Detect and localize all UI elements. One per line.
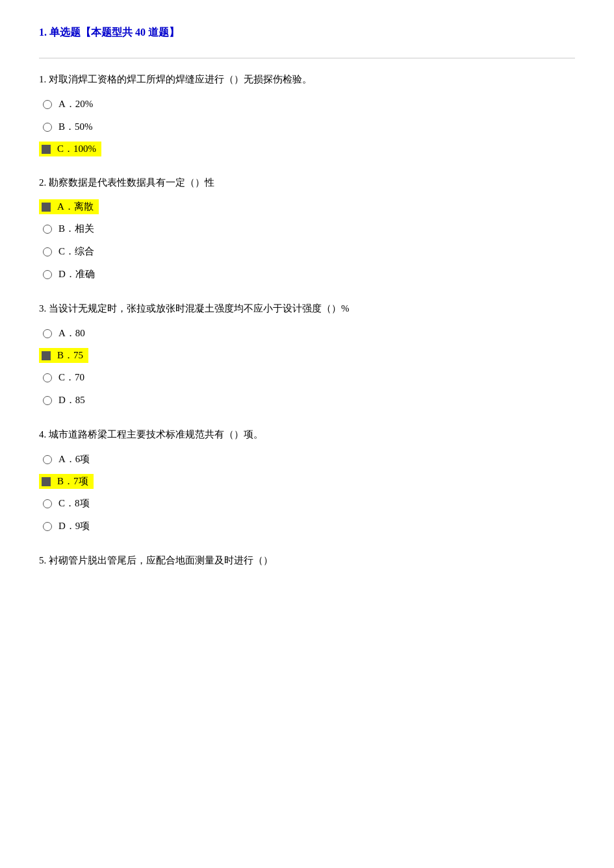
option-label-2-C: C．综合	[58, 245, 94, 258]
option-row-4-C[interactable]: C．8项	[39, 495, 575, 512]
radio-unselected-2-D	[43, 270, 52, 279]
option-label-1-B: B．50%	[58, 121, 93, 133]
question-block-4: 4. 城市道路桥梁工程主要技术标准规范共有（）项。A．6项B．7项C．8项D．9…	[39, 427, 575, 534]
option-label-3-B: B．75	[57, 349, 83, 362]
option-row-4-D[interactable]: D．9项	[39, 518, 575, 534]
option-row-2-C[interactable]: C．综合	[39, 243, 575, 260]
radio-unselected-2-C	[43, 247, 52, 256]
option-row-3-C[interactable]: C．70	[39, 369, 575, 386]
option-label-3-A: A．80	[58, 327, 85, 340]
question-block-1: 1. 对取消焊工资格的焊工所焊的焊缝应进行（）无损探伤检验。A．20%B．50%…	[39, 71, 575, 156]
section-divider	[39, 58, 575, 58]
highlight-wrapper-3-B: B．75	[39, 348, 88, 363]
question-text-1: 1. 对取消焊工资格的焊工所焊的焊缝应进行（）无损探伤检验。	[39, 71, 575, 87]
question-block-5: 5. 衬砌管片脱出管尾后，应配合地面测量及时进行（）	[39, 552, 575, 568]
question-block-2: 2. 勘察数据是代表性数据具有一定（）性A．离散B．相关C．综合D．准确	[39, 175, 575, 282]
question-block-3: 3. 当设计无规定时，张拉或放张时混凝土强度均不应小于设计强度（）%A．80B．…	[39, 301, 575, 408]
option-row-1-C[interactable]: C．100%	[39, 142, 575, 156]
option-row-2-D[interactable]: D．准确	[39, 266, 575, 282]
option-row-2-A[interactable]: A．离散	[39, 199, 575, 214]
radio-unselected-1-A	[43, 100, 52, 109]
radio-unselected-3-A	[43, 329, 52, 338]
radio-unselected-3-C	[43, 373, 52, 382]
radio-selected-4-B	[42, 477, 51, 486]
question-text-2: 2. 勘察数据是代表性数据具有一定（）性	[39, 175, 575, 190]
radio-unselected-3-D	[43, 396, 52, 405]
option-label-3-C: C．70	[58, 371, 84, 384]
option-label-4-D: D．9项	[58, 520, 90, 532]
option-row-4-B[interactable]: B．7项	[39, 474, 575, 489]
radio-unselected-1-B	[43, 123, 52, 132]
option-label-1-C: C．100%	[57, 143, 96, 155]
option-row-1-A[interactable]: A．20%	[39, 96, 575, 112]
option-label-2-B: B．相关	[58, 223, 94, 235]
highlight-wrapper-1-C: C．100%	[39, 142, 101, 156]
questions-container: 1. 对取消焊工资格的焊工所焊的焊缝应进行（）无损探伤检验。A．20%B．50%…	[39, 71, 575, 568]
question-text-4: 4. 城市道路桥梁工程主要技术标准规范共有（）项。	[39, 427, 575, 442]
option-row-3-A[interactable]: A．80	[39, 325, 575, 341]
question-text-5: 5. 衬砌管片脱出管尾后，应配合地面测量及时进行（）	[39, 552, 575, 568]
option-label-2-D: D．准确	[58, 268, 95, 280]
highlight-wrapper-4-B: B．7项	[39, 474, 94, 489]
radio-unselected-2-B	[43, 225, 52, 234]
option-label-2-A: A．离散	[57, 201, 94, 213]
option-label-1-A: A．20%	[58, 98, 93, 110]
radio-selected-1-C	[42, 145, 51, 154]
radio-unselected-4-D	[43, 522, 52, 531]
option-row-4-A[interactable]: A．6项	[39, 451, 575, 467]
option-label-4-A: A．6项	[58, 453, 90, 465]
radio-unselected-4-C	[43, 499, 52, 508]
option-row-2-B[interactable]: B．相关	[39, 221, 575, 237]
option-row-3-B[interactable]: B．75	[39, 348, 575, 363]
question-text-3: 3. 当设计无规定时，张拉或放张时混凝土强度均不应小于设计强度（）%	[39, 301, 575, 316]
option-row-3-D[interactable]: D．85	[39, 392, 575, 408]
highlight-wrapper-2-A: A．离散	[39, 199, 99, 214]
option-row-1-B[interactable]: B．50%	[39, 119, 575, 135]
option-label-4-B: B．7项	[57, 475, 88, 488]
radio-selected-3-B	[42, 351, 51, 360]
option-label-4-C: C．8项	[58, 497, 90, 510]
radio-selected-2-A	[42, 203, 51, 212]
section-header: 1. 单选题【本题型共 40 道题】	[39, 26, 575, 42]
option-label-3-D: D．85	[58, 394, 85, 406]
radio-unselected-4-A	[43, 455, 52, 464]
